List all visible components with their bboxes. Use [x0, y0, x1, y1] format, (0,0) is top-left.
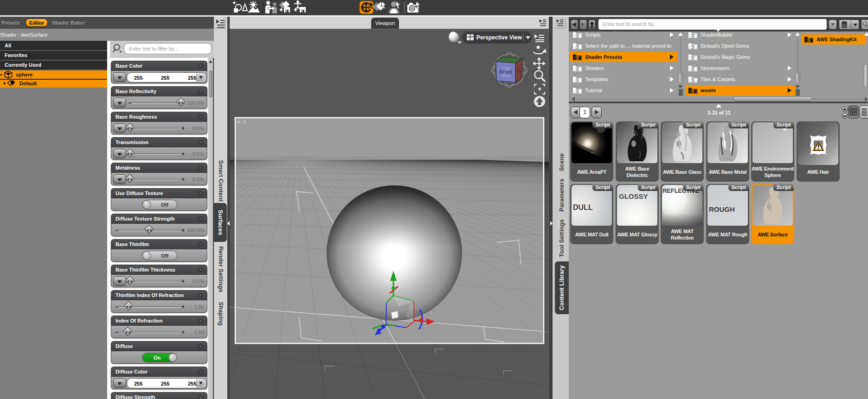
- svg-text:S: S: [691, 33, 694, 38]
- svg-text:4 : 3: 4 : 3: [238, 120, 246, 124]
- svg-text:S: S: [576, 77, 579, 83]
- svg-text:S: S: [691, 77, 694, 83]
- svg-text:X: X: [516, 68, 520, 75]
- svg-text:S: S: [807, 38, 810, 43]
- svg-text:S: S: [576, 55, 579, 61]
- svg-text:Front: Front: [500, 69, 513, 75]
- svg-text:S: S: [691, 44, 694, 50]
- svg-text:S: S: [691, 89, 694, 94]
- svg-text:S: S: [576, 89, 579, 94]
- svg-text:S: S: [691, 55, 694, 61]
- svg-text:S: S: [576, 66, 579, 72]
- svg-text:Perspective View: Perspective View: [476, 34, 522, 41]
- svg-text:S: S: [576, 33, 579, 38]
- svg-text:S: S: [576, 44, 579, 50]
- svg-text:S: S: [691, 66, 694, 72]
